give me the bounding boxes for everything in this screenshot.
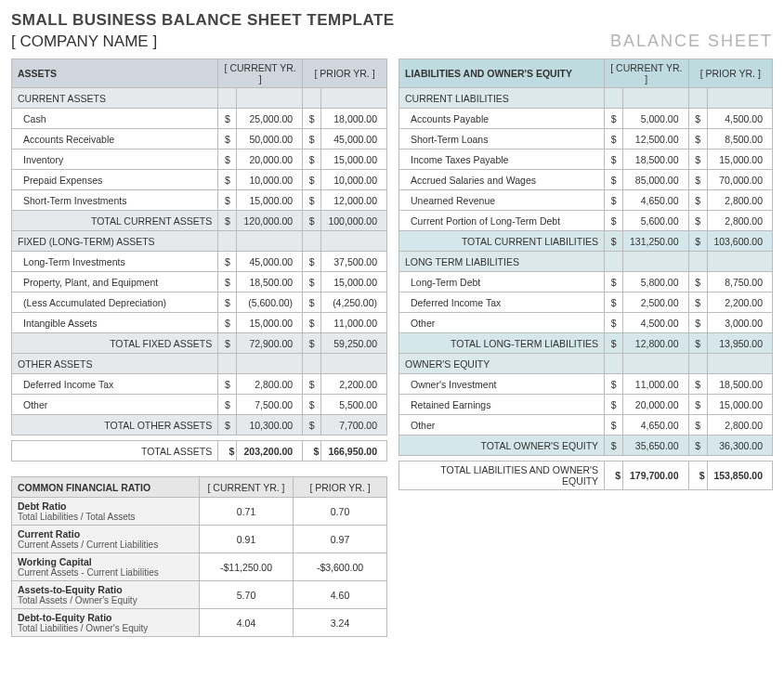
currency-symbol: $ — [605, 190, 623, 211]
line-item-current: 50,000.00 — [237, 129, 303, 150]
subtotal-prior: 13,950.00 — [707, 333, 772, 354]
line-item-label: Deferred Income Tax — [399, 292, 605, 313]
currency-symbol: $ — [218, 170, 237, 190]
currency-symbol: $ — [303, 109, 321, 129]
col-prior: [ PRIOR YR. ] — [303, 59, 387, 88]
currency-symbol: $ — [605, 395, 623, 415]
subtotal-current: 131,250.00 — [623, 231, 688, 252]
currency-symbol: $ — [688, 150, 707, 170]
currency-symbol: $ — [218, 292, 237, 313]
line-item-current: (5,600.00) — [237, 292, 303, 313]
ratio-prior: 4.60 — [294, 581, 387, 609]
currency-symbol: $ — [218, 374, 237, 395]
ratio-prior: -$3,600.00 — [294, 553, 387, 581]
subtotal-current: 72,900.00 — [237, 333, 303, 354]
line-item-label: Accounts Receivable — [12, 129, 218, 150]
currency-symbol: $ — [303, 272, 321, 292]
company-name: [ COMPANY NAME ] — [11, 32, 157, 51]
section-header: CURRENT LIABILITIES — [399, 88, 605, 109]
line-item-current: 12,500.00 — [623, 129, 688, 150]
line-item-current: 4,650.00 — [623, 415, 688, 436]
balance-sheet-label: BALANCE SHEET — [610, 32, 773, 51]
ratio-header: COMMON FINANCIAL RATIO — [12, 477, 200, 498]
line-item-current: 10,000.00 — [237, 170, 303, 190]
subtotal-prior: 100,000.00 — [321, 211, 387, 231]
currency-symbol: $ — [605, 374, 623, 395]
currency-symbol: $ — [688, 415, 707, 436]
currency-symbol: $ — [605, 170, 623, 190]
line-item-prior: 8,500.00 — [707, 129, 772, 150]
line-item-current: 25,000.00 — [237, 109, 303, 129]
subtotal-prior: 36,300.00 — [707, 436, 772, 456]
currency-symbol: $ — [303, 374, 321, 395]
currency-symbol: $ — [688, 129, 707, 150]
line-item-label: Short-Term Investments — [12, 190, 218, 211]
ratio-name-cell: Current RatioCurrent Assets / Current Li… — [12, 526, 200, 553]
line-item-prior: 2,800.00 — [707, 211, 772, 231]
line-item-prior: 8,750.00 — [707, 272, 772, 292]
section-header: FIXED (LONG-TERM) ASSETS — [12, 231, 218, 252]
line-item-label: Owner's Investment — [399, 374, 605, 395]
line-item-current: 2,500.00 — [623, 292, 688, 313]
line-item-label: Retained Earnings — [399, 395, 605, 415]
col-current: [ CURRENT YR. ] — [218, 59, 303, 88]
line-item-prior: 3,000.00 — [707, 313, 772, 333]
currency-symbol: $ — [605, 211, 623, 231]
currency-symbol: $ — [303, 252, 321, 272]
ratio-current: 5.70 — [200, 581, 294, 609]
line-item-prior: 2,800.00 — [707, 415, 772, 436]
line-item-prior: 37,500.00 — [321, 252, 387, 272]
currency-symbol: $ — [303, 170, 321, 190]
line-item-label: Inventory — [12, 150, 218, 170]
assets-table: ASSETS[ CURRENT YR. ][ PRIOR YR. ]CURREN… — [11, 58, 387, 462]
line-item-label: Cash — [12, 109, 218, 129]
currency-symbol: $ — [605, 313, 623, 333]
line-item-prior: (4,250.00) — [321, 292, 387, 313]
ratio-name-cell: Assets-to-Equity RatioTotal Assets / Own… — [12, 581, 200, 609]
page-title: SMALL BUSINESS BALANCE SHEET TEMPLATE — [11, 11, 773, 30]
currency-symbol: $ — [605, 150, 623, 170]
currency-symbol: $ — [303, 395, 321, 415]
line-item-prior: 15,000.00 — [321, 150, 387, 170]
line-item-label: Long-Term Investments — [12, 252, 218, 272]
currency-symbol: $ — [605, 292, 623, 313]
line-item-prior: 45,000.00 — [321, 129, 387, 150]
currency-symbol: $ — [218, 150, 237, 170]
currency-symbol: $ — [688, 109, 707, 129]
currency-symbol: $ — [303, 129, 321, 150]
line-item-prior: 5,500.00 — [321, 395, 387, 415]
line-item-current: 5,800.00 — [623, 272, 688, 292]
line-item-current: 20,000.00 — [237, 150, 303, 170]
currency-symbol: $ — [688, 292, 707, 313]
line-item-current: 2,800.00 — [237, 374, 303, 395]
line-item-prior: 2,200.00 — [321, 374, 387, 395]
col-current: [ CURRENT YR. ] — [605, 59, 688, 88]
ratio-name-cell: Working CapitalCurrent Assets - Current … — [12, 553, 200, 581]
line-item-current: 5,000.00 — [623, 109, 688, 129]
line-item-prior: 4,500.00 — [707, 109, 772, 129]
currency-symbol: $ — [218, 129, 237, 150]
subtotal-label: TOTAL CURRENT LIABILITIES — [399, 231, 605, 252]
liabilities-table: LIABILITIES AND OWNER'S EQUITY[ CURRENT … — [399, 58, 773, 490]
currency-symbol: $ — [688, 313, 707, 333]
line-item-prior: 15,000.00 — [707, 150, 772, 170]
line-item-label: Short-Term Loans — [399, 129, 605, 150]
grand-total-prior: 166,950.00 — [321, 441, 387, 462]
line-item-prior: 10,000.00 — [321, 170, 387, 190]
currency-symbol: $ — [303, 190, 321, 211]
currency-symbol: $ — [218, 395, 237, 415]
line-item-prior: 18,500.00 — [707, 374, 772, 395]
line-item-prior: 70,000.00 — [707, 170, 772, 190]
line-item-prior: 15,000.00 — [707, 395, 772, 415]
line-item-current: 18,500.00 — [623, 150, 688, 170]
line-item-current: 20,000.00 — [623, 395, 688, 415]
line-item-prior: 11,000.00 — [321, 313, 387, 333]
line-item-prior: 18,000.00 — [321, 109, 387, 129]
line-item-label: Accounts Payable — [399, 109, 605, 129]
currency-symbol: $ — [218, 252, 237, 272]
ratio-table: COMMON FINANCIAL RATIO[ CURRENT YR. ][ P… — [11, 476, 387, 637]
subtotal-current: 10,300.00 — [237, 415, 303, 436]
line-item-label: Other — [12, 395, 218, 415]
line-item-label: Other — [399, 313, 605, 333]
currency-symbol: $ — [688, 211, 707, 231]
